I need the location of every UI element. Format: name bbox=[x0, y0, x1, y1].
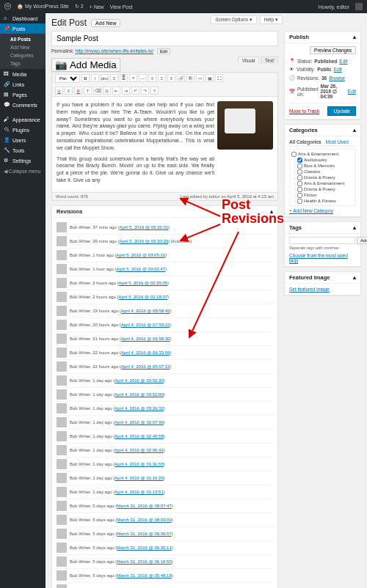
help-tab[interactable]: Help ▾ bbox=[260, 15, 283, 24]
revision-link[interactable]: April 5, 2016 @ 03:05:21 bbox=[117, 253, 165, 257]
tab-text[interactable]: Text bbox=[261, 56, 278, 64]
more-button[interactable]: ▭ bbox=[196, 74, 204, 82]
sidebar-sub-all-posts[interactable]: All Posts bbox=[0, 35, 46, 43]
category-item[interactable]: Bios & Memoirs bbox=[291, 163, 354, 169]
toggle-icon[interactable]: ▴ bbox=[353, 127, 356, 133]
permalink-link[interactable]: http://mywp.site/when-life-imitates-tv/ bbox=[76, 48, 154, 54]
category-checkbox[interactable] bbox=[297, 193, 302, 198]
category-item[interactable]: Health & Fitness bbox=[291, 198, 354, 204]
revision-link[interactable]: April 4, 2016 @ 03:26:32 bbox=[115, 406, 163, 411]
sidebar-sub-categories[interactable]: Categories bbox=[0, 51, 46, 59]
toggle-icon[interactable]: ▴ bbox=[353, 274, 356, 281]
editor-content[interactable]: If you have a problem if no one else can… bbox=[51, 97, 278, 193]
revision-link[interactable]: April 5, 2016 @ 02:35:05 bbox=[119, 281, 167, 285]
undo-button[interactable]: ↶ bbox=[131, 87, 139, 95]
add-tag-button[interactable]: Add bbox=[357, 237, 367, 244]
wp-logo-icon[interactable]: W bbox=[4, 3, 11, 10]
choose-tags-link[interactable]: Choose from the most used tags bbox=[289, 253, 356, 263]
category-checkbox[interactable] bbox=[297, 175, 302, 180]
category-item[interactable]: Fiction bbox=[291, 192, 354, 198]
revision-link[interactable]: April 4, 2016 @ 02:06:42 bbox=[115, 448, 163, 452]
post-title-input[interactable] bbox=[51, 31, 278, 46]
collapse-menu[interactable]: ◀ Collapse menu bbox=[0, 166, 46, 177]
ol-button[interactable]: ≣ bbox=[120, 74, 128, 82]
tab-all-categories[interactable]: All Categories bbox=[289, 139, 321, 144]
sidebar-item-appearance[interactable]: 🖌Appearance bbox=[0, 114, 46, 125]
revision-link[interactable]: March 31, 2016 @ 08:03:09 bbox=[117, 518, 171, 522]
align-center-button[interactable]: ≡ bbox=[158, 74, 166, 82]
edit-visibility-link[interactable]: Edit bbox=[334, 67, 342, 72]
clear-format-button[interactable]: ⌫ bbox=[93, 87, 101, 95]
unlink-button[interactable]: ⛓ bbox=[186, 74, 195, 82]
revision-link[interactable]: March 31, 2016 @ 05:48:18 bbox=[117, 573, 171, 578]
revision-link[interactable]: March 31, 2016 @ 08:07:47 bbox=[117, 504, 171, 508]
sidebar-item-posts[interactable]: 📌Posts bbox=[0, 23, 46, 34]
sidebar-item-pages[interactable]: ▤Pages bbox=[0, 89, 46, 100]
textcolor-button[interactable]: A bbox=[74, 87, 82, 95]
category-checkbox[interactable] bbox=[297, 169, 302, 174]
align-right-button[interactable]: ≡ bbox=[167, 74, 175, 82]
category-checkbox[interactable] bbox=[291, 152, 297, 157]
revision-link[interactable]: March 31, 2016 @ 06:18:55 bbox=[117, 559, 171, 564]
tags-input[interactable] bbox=[289, 237, 355, 244]
toolbar-toggle-button[interactable]: ▦ bbox=[206, 74, 214, 82]
fullscreen-button[interactable]: ⛶ bbox=[215, 74, 223, 82]
revision-link[interactable]: April 5, 2016 @ 03:02:47 bbox=[117, 267, 165, 271]
sidebar-item-media[interactable]: 🖼Media bbox=[0, 69, 46, 79]
category-item[interactable]: Arts & Entertainment bbox=[291, 180, 354, 186]
category-item[interactable]: Drama & Poetry bbox=[291, 186, 354, 192]
category-checkbox[interactable] bbox=[297, 158, 302, 163]
edit-status-link[interactable]: Edit bbox=[339, 59, 347, 64]
category-checkbox[interactable] bbox=[297, 199, 302, 204]
special-char-button[interactable]: Ω bbox=[103, 87, 111, 95]
strike-button[interactable]: abc bbox=[101, 74, 109, 82]
category-checkbox[interactable] bbox=[297, 187, 302, 192]
add-new-button[interactable]: Add New bbox=[91, 19, 120, 27]
revision-link[interactable]: April 5, 2016 @ 02:18:07 bbox=[119, 295, 167, 299]
sidebar-item-dashboard[interactable]: ⌂Dashboard bbox=[0, 13, 46, 23]
format-select[interactable]: Paragraph bbox=[55, 74, 80, 83]
link-button[interactable]: 🔗 bbox=[177, 74, 185, 82]
paste-text-button[interactable]: T bbox=[84, 87, 92, 95]
add-media-button[interactable]: 📷 Add Media bbox=[51, 58, 120, 72]
howdy-user[interactable]: Howdy, editor bbox=[319, 4, 349, 10]
set-featured-image-link[interactable]: Set featured image bbox=[289, 287, 330, 292]
revision-link[interactable]: March 31, 2016 @ 06:30:11 bbox=[117, 545, 171, 550]
bold-button[interactable]: B bbox=[81, 74, 90, 82]
help-button[interactable]: ? bbox=[150, 87, 159, 95]
sidebar-item-tools[interactable]: 🔧Tools bbox=[0, 145, 46, 155]
toggle-icon[interactable]: ▴ bbox=[353, 224, 356, 231]
updates-badge[interactable]: ↻ 2 bbox=[75, 4, 84, 10]
category-item[interactable]: Arts & Entertainment bbox=[291, 151, 354, 157]
move-to-trash-link[interactable]: Move to Trash bbox=[289, 109, 319, 114]
revision-link[interactable]: April 4, 2016 @ 07:53:22 bbox=[121, 323, 170, 327]
view-post-link[interactable]: View Post bbox=[110, 4, 133, 10]
revision-link[interactable]: April 4, 2016 @ 01:16:29 bbox=[115, 476, 163, 480]
revision-link[interactable]: April 4, 2016 @ 03:56:30 bbox=[115, 378, 163, 383]
revision-link[interactable]: April 5, 2016 @ 03:30:20 bbox=[120, 239, 168, 243]
new-menu[interactable]: + New bbox=[90, 4, 104, 10]
sidebar-item-settings[interactable]: ⚙Settings bbox=[0, 155, 46, 166]
toggle-icon[interactable]: ▴ bbox=[353, 34, 356, 40]
justify-button[interactable]: ≡ bbox=[65, 87, 73, 95]
sidebar-item-links[interactable]: 🔗Links bbox=[0, 79, 46, 89]
revision-link[interactable]: March 31, 2016 @ 06:39:57 bbox=[117, 532, 171, 536]
category-checkbox[interactable] bbox=[297, 181, 302, 186]
sidebar-item-plugins[interactable]: 🔌Plugins bbox=[0, 125, 46, 135]
revision-link[interactable]: April 5, 2016 @ 03:32:01 bbox=[120, 225, 168, 229]
category-checkbox[interactable] bbox=[297, 163, 302, 169]
category-item[interactable]: Drama & Poetry bbox=[291, 174, 354, 180]
category-item[interactable]: Classics bbox=[291, 169, 354, 174]
category-item[interactable]: Audiobooks bbox=[291, 157, 354, 163]
indent-button[interactable]: ⇥ bbox=[122, 87, 130, 95]
sidebar-item-users[interactable]: 👤Users bbox=[0, 135, 46, 145]
tab-most-used[interactable]: Most Used bbox=[326, 139, 349, 144]
revision-link[interactable]: April 4, 2016 @ 01:31:55 bbox=[115, 462, 163, 466]
revision-link[interactable]: April 4, 2016 @ 02:45:58 bbox=[115, 434, 163, 438]
revision-link[interactable]: April 4, 2016 @ 03:52:00 bbox=[115, 392, 163, 397]
screen-options-tab[interactable]: Screen Options ▾ bbox=[211, 15, 257, 24]
sidebar-sub-tags[interactable]: Tags bbox=[0, 59, 46, 67]
revision-link[interactable]: April 4, 2016 @ 05:57:12 bbox=[121, 364, 170, 369]
sidebar-sub-add-new[interactable]: Add New bbox=[0, 43, 46, 51]
browse-revisions-link[interactable]: Browse bbox=[329, 76, 345, 81]
